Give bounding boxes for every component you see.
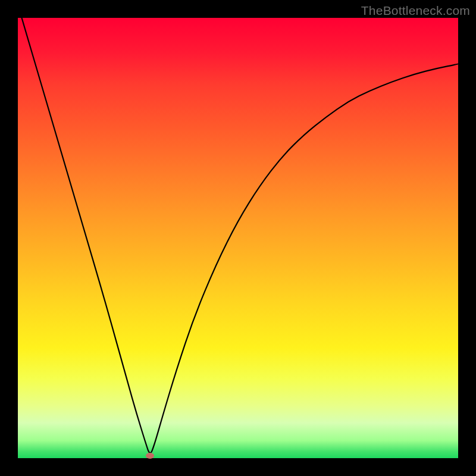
- plot-background-gradient: [18, 18, 458, 458]
- chart-frame: TheBottleneck.com: [0, 0, 476, 476]
- watermark-text: TheBottleneck.com: [361, 4, 470, 18]
- minimum-marker: [146, 453, 154, 459]
- bottleneck-curve: [18, 18, 458, 458]
